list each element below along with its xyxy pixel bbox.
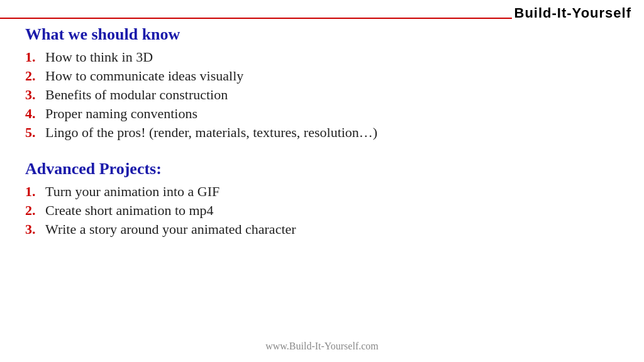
list-num: 5.: [25, 124, 45, 141]
list-text: How to communicate ideas visually: [45, 68, 243, 84]
section-what-we-know: What we should know 1. How to think in 3…: [25, 25, 619, 141]
logo: Build-It-Yourself: [514, 5, 631, 21]
list-num: 4.: [25, 106, 45, 122]
section1-title: What we should know: [25, 25, 619, 44]
section2-list: 1. Turn your animation into a GIF 2. Cre…: [25, 184, 619, 238]
list-text: Create short animation to mp4: [45, 202, 214, 219]
section2-title: Advanced Projects:: [25, 160, 619, 178]
list-num: 2.: [25, 202, 45, 219]
list-num: 1.: [25, 184, 45, 200]
list-item: 5. Lingo of the pros! (render, materials…: [25, 124, 619, 141]
list-item: 2. Create short animation to mp4: [25, 202, 619, 219]
list-item: 1. How to think in 3D: [25, 49, 619, 65]
list-text: Proper naming conventions: [45, 106, 197, 122]
list-num: 1.: [25, 49, 45, 65]
list-text: Lingo of the pros! (render, materials, t…: [45, 124, 377, 141]
section1-list: 1. How to think in 3D 2. How to communic…: [25, 49, 619, 141]
top-border: [0, 18, 512, 19]
list-text: Turn your animation into a GIF: [45, 184, 219, 200]
list-item: 3. Write a story around your animated ch…: [25, 221, 619, 238]
list-num: 2.: [25, 68, 45, 84]
list-item: 3. Benefits of modular construction: [25, 87, 619, 103]
list-item: 1. Turn your animation into a GIF: [25, 184, 619, 200]
list-item: 4. Proper naming conventions: [25, 106, 619, 122]
list-text: Write a story around your animated chara…: [45, 221, 296, 238]
logo-text: Build-It-Yourself: [514, 5, 631, 21]
footer-url: www.Build-It-Yourself.com: [0, 341, 644, 352]
main-content: What we should know 1. How to think in 3…: [25, 25, 619, 253]
list-num: 3.: [25, 221, 45, 238]
section-advanced-projects: Advanced Projects: 1. Turn your animatio…: [25, 160, 619, 238]
list-text: How to think in 3D: [45, 49, 153, 65]
list-num: 3.: [25, 87, 45, 103]
list-text: Benefits of modular construction: [45, 87, 228, 103]
list-item: 2. How to communicate ideas visually: [25, 68, 619, 84]
